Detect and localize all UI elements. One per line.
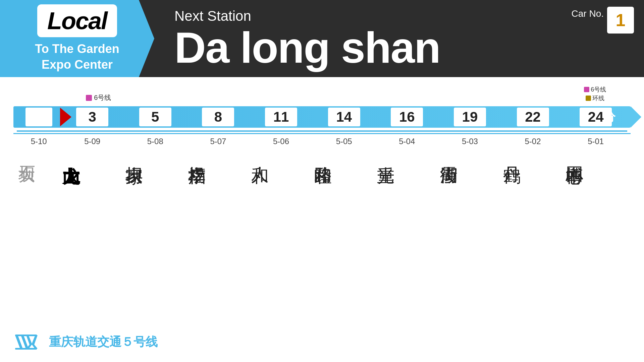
fen-label: 分 [604,109,615,125]
current-station-arrow [60,108,71,126]
station-num-5-08: 5 [139,108,171,126]
svg-rect-1 [15,348,37,350]
route-area: 6号线 6号线 环线 [0,77,644,156]
time-5-05: 5-05 [313,137,376,146]
next-station-name: Da long shan [174,26,561,69]
destination-text: To The Garden Expo Center [35,41,119,73]
legend-6-label-left: 6号线 [94,93,111,102]
time-5-09: 5-09 [61,137,124,146]
station-cell-5-06: 11 [250,106,313,128]
station-cell-5-03: 19 [438,106,501,128]
legend-6-icon-right [584,87,589,92]
legend-loop-label: 环线 [592,94,604,102]
train-type-label: Local [47,7,107,34]
time-5-03: 5-03 [438,137,501,146]
station-cell-5-02: 22 [501,106,565,128]
time-5-02: 5-02 [501,137,565,146]
footer: 重庆轨道交通５号线 [13,332,158,352]
legend-6-icon-left [86,95,92,101]
car-no-badge: 1 [607,7,634,34]
station-num-5-03: 19 [454,108,486,126]
train-type-badge: Local To The Garden Expo Center [0,0,154,77]
station-num-5-02: 22 [517,108,549,126]
local-box: Local [37,4,117,37]
time-5-01: 5-01 [564,137,627,146]
route-bar: 3 5 8 11 14 [13,104,631,130]
station-cell-5-08: 5 [124,106,187,128]
station-cell-5-10 [17,106,61,128]
station-cell-5-04: 16 [375,106,438,128]
car-no-area: Car No. 1 [561,0,644,77]
station-cell-5-05: 14 [313,106,376,128]
station-num-5-07: 8 [202,108,234,126]
next-station-label: Next Station [174,8,561,24]
time-5-07: 5-07 [187,137,250,146]
station-num-5-09: 3 [76,108,108,126]
logo-icon [13,332,44,352]
time-5-08: 5-08 [124,137,187,146]
next-station-area: Next Station Da long shan [154,0,561,77]
car-no-label: Car No. [572,8,604,19]
station-num-5-06: 11 [265,108,297,126]
stations-row: 3 5 8 11 14 [13,106,631,128]
station-cell-5-01: 24 [564,106,627,128]
time-5-10: 5-10 [17,137,61,146]
legend-6-label-right: 6号线 [591,85,606,94]
route-separator [17,130,627,132]
time-codes-row: 5-10 5-09 5-08 5-07 5-06 5-05 5-04 5-03 … [13,133,631,146]
station-num-5-04: 16 [391,108,423,126]
route-bar-bg: 3 5 8 11 14 [13,106,631,128]
legend-loop-icon [586,96,591,101]
station-num-5-05: 14 [328,108,360,126]
station-cell-5-07: 8 [187,106,250,128]
header: Local To The Garden Expo Center Next Sta… [0,0,644,77]
footer-text: 重庆轨道交通５号线 [49,334,158,350]
time-5-04: 5-04 [375,137,438,146]
station-names-row: 大石坝 大龙山 冉家坝 幸福广场 人和 和睦路 重光 湖霞街 丹鹤 园博中心 [13,146,631,153]
station-empty-box-5-10 [25,108,52,126]
svg-rect-0 [15,335,37,336]
station-cell-5-09: 3 [61,106,124,128]
time-5-06: 5-06 [250,137,313,146]
